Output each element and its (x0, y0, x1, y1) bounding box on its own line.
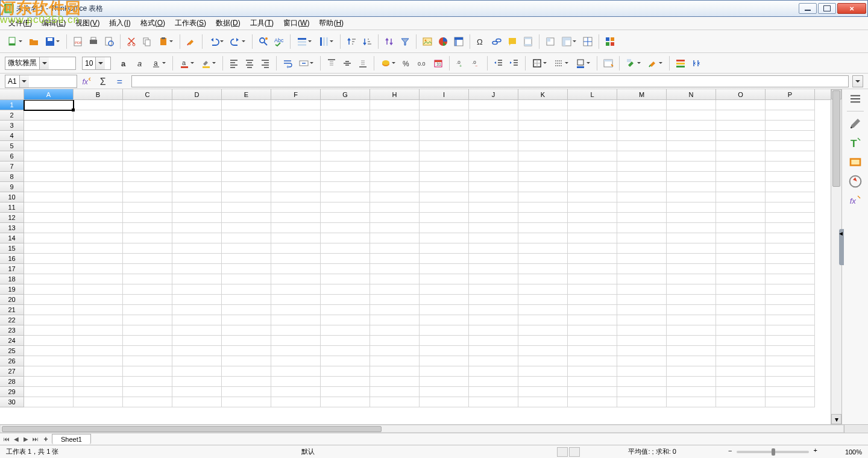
cell[interactable] (716, 223, 766, 233)
cell[interactable] (321, 284, 370, 295)
cell[interactable] (420, 346, 469, 356)
cell[interactable] (617, 346, 667, 356)
spreadsheet-grid[interactable]: ABCDEFGHIJKLMNOP 12345678910111213141516… (0, 89, 831, 424)
cell[interactable] (74, 162, 123, 172)
cell[interactable] (469, 274, 518, 284)
cell[interactable] (74, 274, 123, 284)
cell[interactable] (518, 356, 568, 366)
cell[interactable] (469, 151, 518, 162)
column-header[interactable]: A (24, 89, 74, 99)
cell[interactable] (321, 366, 370, 377)
row-header[interactable]: 24 (0, 336, 24, 346)
cell[interactable] (321, 172, 370, 182)
cell[interactable] (420, 325, 469, 336)
cell[interactable] (271, 387, 321, 397)
cell[interactable] (667, 264, 716, 274)
add-sheet-button[interactable]: + (41, 434, 51, 444)
cell[interactable] (321, 254, 370, 264)
cell[interactable] (766, 305, 815, 315)
cell[interactable] (667, 223, 716, 233)
cell[interactable] (617, 110, 667, 121)
cell[interactable] (518, 110, 568, 121)
row-header[interactable]: 9 (0, 182, 24, 192)
cell[interactable] (420, 100, 469, 110)
cell[interactable] (766, 172, 815, 182)
cell[interactable] (420, 295, 469, 305)
cell[interactable] (123, 315, 172, 325)
cell[interactable] (469, 356, 518, 366)
cell[interactable] (469, 172, 518, 182)
cell[interactable] (222, 172, 271, 182)
cell[interactable] (74, 213, 123, 223)
cell[interactable] (222, 325, 271, 336)
cell[interactable] (271, 274, 321, 284)
cell[interactable] (123, 192, 172, 202)
cell[interactable] (766, 141, 815, 151)
cell[interactable] (716, 151, 766, 162)
cell[interactable] (469, 162, 518, 172)
cell[interactable] (123, 305, 172, 315)
cell[interactable] (420, 192, 469, 202)
cell[interactable] (518, 377, 568, 387)
cell[interactable] (370, 274, 420, 284)
insert-comment-button[interactable] (505, 34, 520, 49)
cell[interactable] (123, 366, 172, 377)
row-header[interactable]: 19 (0, 284, 24, 295)
cell[interactable] (518, 346, 568, 356)
cell[interactable] (420, 336, 469, 346)
cell[interactable] (24, 162, 74, 172)
cell[interactable] (271, 377, 321, 387)
cell[interactable] (420, 254, 469, 264)
cell[interactable] (74, 284, 123, 295)
cell[interactable] (370, 264, 420, 274)
cell[interactable] (568, 100, 617, 110)
cell[interactable] (568, 254, 617, 264)
cell[interactable] (716, 284, 766, 295)
status-stats[interactable]: 平均值: ; 求和: 0 (628, 447, 676, 456)
split-window-button[interactable] (580, 34, 595, 49)
cell[interactable] (222, 151, 271, 162)
cell[interactable] (271, 141, 321, 151)
cell[interactable] (617, 192, 667, 202)
cell[interactable] (766, 336, 815, 346)
vertical-scroll-thumb[interactable] (832, 90, 840, 187)
cell[interactable] (74, 346, 123, 356)
cell[interactable] (24, 100, 74, 110)
cell[interactable] (420, 223, 469, 233)
highlight-styles-button[interactable] (645, 56, 665, 71)
cell[interactable] (123, 162, 172, 172)
cell[interactable] (766, 110, 815, 121)
cell[interactable] (370, 162, 420, 172)
export-pdf-button[interactable]: PDF (71, 34, 85, 49)
cell[interactable] (123, 223, 172, 233)
cell[interactable] (568, 121, 617, 131)
cell[interactable] (74, 223, 123, 233)
cell[interactable] (420, 182, 469, 192)
sheet-tab-active[interactable]: Sheet1 (52, 434, 91, 444)
cell[interactable] (74, 151, 123, 162)
cell[interactable] (667, 254, 716, 264)
cell[interactable] (518, 172, 568, 182)
cell[interactable] (766, 315, 815, 325)
cell[interactable] (667, 315, 716, 325)
cell[interactable] (271, 182, 321, 192)
cell[interactable] (617, 295, 667, 305)
cell[interactable] (469, 243, 518, 254)
cell[interactable] (172, 202, 222, 213)
wrap-text-button[interactable] (280, 56, 295, 71)
cell[interactable] (222, 264, 271, 274)
cell[interactable] (667, 121, 716, 131)
view-mode-buttons[interactable] (557, 447, 580, 457)
cell[interactable] (123, 254, 172, 264)
cell[interactable] (172, 366, 222, 377)
menu-w[interactable]: 窗口(W) (278, 17, 314, 30)
cell[interactable] (716, 233, 766, 243)
cell[interactable] (172, 336, 222, 346)
cell[interactable] (24, 264, 74, 274)
column-header[interactable]: P (766, 89, 815, 99)
cell[interactable] (370, 325, 420, 336)
gallery-panel-icon[interactable] (848, 155, 863, 169)
format-paintbrush-button[interactable] (184, 34, 198, 49)
print-button[interactable] (86, 34, 101, 49)
cell[interactable] (617, 305, 667, 315)
